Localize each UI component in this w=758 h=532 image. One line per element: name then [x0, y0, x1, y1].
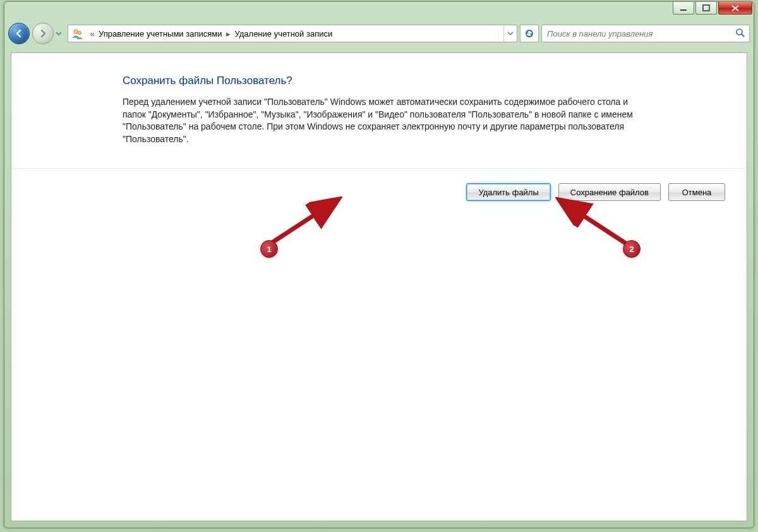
annotation-marker-2: 2 — [623, 240, 641, 258]
svg-point-6 — [737, 29, 742, 35]
chevron-down-icon — [507, 30, 514, 37]
window-frame: « Управление учетными записями ▸ Удалени… — [4, 1, 754, 528]
breadcrumb-item-2[interactable]: Удаление учетной записи — [233, 29, 334, 39]
nav-history-dropdown[interactable] — [54, 23, 64, 44]
search-icon — [735, 28, 745, 40]
svg-rect-1 — [703, 5, 709, 11]
titlebar — [4, 2, 754, 21]
nav-toolbar: « Управление учетными записями ▸ Удалени… — [4, 21, 754, 46]
minimize-button[interactable] — [673, 2, 694, 15]
close-icon — [731, 4, 740, 12]
minimize-icon — [680, 4, 687, 12]
content-area: Сохранить файлы Пользователь? Перед удал… — [11, 52, 747, 521]
cancel-button[interactable]: Отмена — [668, 183, 725, 201]
delete-files-button[interactable]: Удалить файлы — [466, 183, 550, 201]
refresh-button[interactable] — [520, 25, 539, 42]
breadcrumb-separator-icon[interactable]: ▸ — [223, 29, 233, 39]
annotation-marker-1: 1 — [260, 240, 278, 258]
close-button[interactable] — [718, 2, 752, 15]
maximize-button[interactable] — [695, 2, 717, 15]
forward-button[interactable] — [32, 23, 54, 44]
separator-line — [11, 168, 747, 169]
page-title: Сохранить файлы Пользователь? — [123, 75, 709, 87]
svg-line-9 — [563, 202, 629, 245]
svg-point-4 — [74, 30, 78, 33]
svg-rect-0 — [680, 9, 687, 11]
back-arrow-icon — [14, 28, 24, 39]
breadcrumb-overflow-icon[interactable]: « — [87, 29, 97, 39]
search-input[interactable] — [546, 28, 735, 39]
svg-line-8 — [269, 202, 335, 245]
svg-line-7 — [742, 34, 744, 37]
body-text: Перед удалением учетной записи "Пользова… — [123, 96, 647, 145]
address-bar[interactable]: « Управление учетными записями ▸ Удалени… — [68, 25, 517, 42]
address-dropdown[interactable] — [503, 25, 517, 42]
maximize-icon — [702, 4, 710, 12]
chevron-down-icon — [56, 30, 62, 37]
forward-arrow-icon — [38, 28, 48, 39]
search-box[interactable] — [541, 25, 750, 42]
user-accounts-icon — [71, 27, 85, 40]
breadcrumb-item-1[interactable]: Управление учетными записями — [97, 29, 223, 39]
back-button[interactable] — [8, 23, 30, 44]
svg-point-5 — [78, 31, 81, 34]
refresh-icon — [524, 28, 535, 39]
